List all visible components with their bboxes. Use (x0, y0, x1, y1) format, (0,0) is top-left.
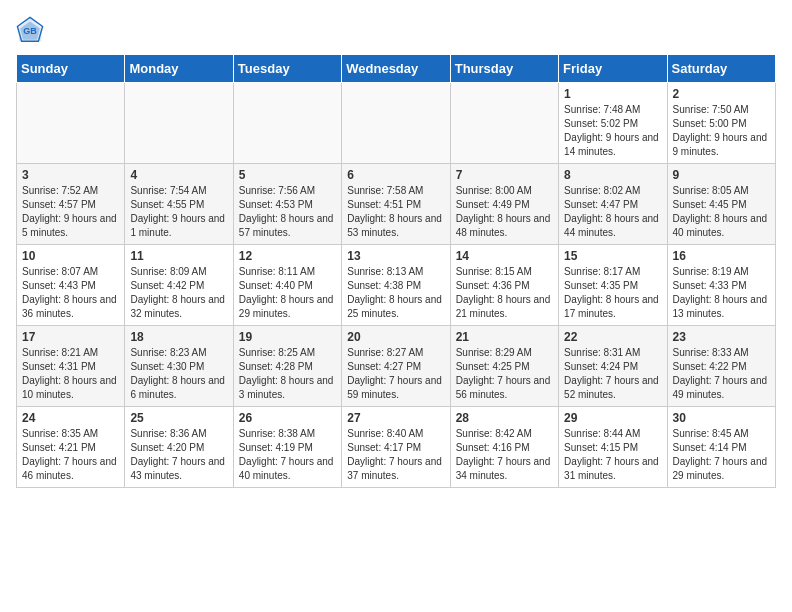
empty-cell (450, 83, 558, 164)
calendar-day-8: 8Sunrise: 8:02 AM Sunset: 4:47 PM Daylig… (559, 164, 667, 245)
day-of-week-monday: Monday (125, 55, 233, 83)
calendar-day-21: 21Sunrise: 8:29 AM Sunset: 4:25 PM Dayli… (450, 326, 558, 407)
day-info: Sunrise: 8:33 AM Sunset: 4:22 PM Dayligh… (673, 346, 770, 402)
svg-text:GB: GB (23, 26, 37, 36)
day-number: 15 (564, 249, 661, 263)
calendar-day-15: 15Sunrise: 8:17 AM Sunset: 4:35 PM Dayli… (559, 245, 667, 326)
day-info: Sunrise: 8:27 AM Sunset: 4:27 PM Dayligh… (347, 346, 444, 402)
day-number: 29 (564, 411, 661, 425)
day-number: 26 (239, 411, 336, 425)
calendar-day-25: 25Sunrise: 8:36 AM Sunset: 4:20 PM Dayli… (125, 407, 233, 488)
calendar-day-27: 27Sunrise: 8:40 AM Sunset: 4:17 PM Dayli… (342, 407, 450, 488)
day-number: 30 (673, 411, 770, 425)
day-info: Sunrise: 8:17 AM Sunset: 4:35 PM Dayligh… (564, 265, 661, 321)
calendar-day-7: 7Sunrise: 8:00 AM Sunset: 4:49 PM Daylig… (450, 164, 558, 245)
day-info: Sunrise: 7:56 AM Sunset: 4:53 PM Dayligh… (239, 184, 336, 240)
day-number: 4 (130, 168, 227, 182)
day-info: Sunrise: 8:35 AM Sunset: 4:21 PM Dayligh… (22, 427, 119, 483)
day-info: Sunrise: 7:54 AM Sunset: 4:55 PM Dayligh… (130, 184, 227, 240)
calendar-day-17: 17Sunrise: 8:21 AM Sunset: 4:31 PM Dayli… (17, 326, 125, 407)
day-info: Sunrise: 7:48 AM Sunset: 5:02 PM Dayligh… (564, 103, 661, 159)
calendar-day-1: 1Sunrise: 7:48 AM Sunset: 5:02 PM Daylig… (559, 83, 667, 164)
calendar-day-3: 3Sunrise: 7:52 AM Sunset: 4:57 PM Daylig… (17, 164, 125, 245)
calendar-day-30: 30Sunrise: 8:45 AM Sunset: 4:14 PM Dayli… (667, 407, 775, 488)
logo-icon: GB (16, 16, 44, 44)
day-info: Sunrise: 8:07 AM Sunset: 4:43 PM Dayligh… (22, 265, 119, 321)
day-of-week-thursday: Thursday (450, 55, 558, 83)
calendar-day-6: 6Sunrise: 7:58 AM Sunset: 4:51 PM Daylig… (342, 164, 450, 245)
day-of-week-tuesday: Tuesday (233, 55, 341, 83)
calendar-day-16: 16Sunrise: 8:19 AM Sunset: 4:33 PM Dayli… (667, 245, 775, 326)
calendar-day-26: 26Sunrise: 8:38 AM Sunset: 4:19 PM Dayli… (233, 407, 341, 488)
day-info: Sunrise: 7:58 AM Sunset: 4:51 PM Dayligh… (347, 184, 444, 240)
day-number: 13 (347, 249, 444, 263)
day-of-week-sunday: Sunday (17, 55, 125, 83)
calendar-day-13: 13Sunrise: 8:13 AM Sunset: 4:38 PM Dayli… (342, 245, 450, 326)
day-info: Sunrise: 7:52 AM Sunset: 4:57 PM Dayligh… (22, 184, 119, 240)
calendar-header-row: SundayMondayTuesdayWednesdayThursdayFrid… (17, 55, 776, 83)
day-number: 1 (564, 87, 661, 101)
day-number: 25 (130, 411, 227, 425)
day-number: 5 (239, 168, 336, 182)
empty-cell (17, 83, 125, 164)
day-number: 16 (673, 249, 770, 263)
calendar-day-28: 28Sunrise: 8:42 AM Sunset: 4:16 PM Dayli… (450, 407, 558, 488)
day-info: Sunrise: 8:38 AM Sunset: 4:19 PM Dayligh… (239, 427, 336, 483)
day-info: Sunrise: 7:50 AM Sunset: 5:00 PM Dayligh… (673, 103, 770, 159)
day-number: 23 (673, 330, 770, 344)
day-number: 20 (347, 330, 444, 344)
empty-cell (125, 83, 233, 164)
day-number: 8 (564, 168, 661, 182)
day-number: 19 (239, 330, 336, 344)
calendar-day-20: 20Sunrise: 8:27 AM Sunset: 4:27 PM Dayli… (342, 326, 450, 407)
calendar-week-3: 10Sunrise: 8:07 AM Sunset: 4:43 PM Dayli… (17, 245, 776, 326)
day-number: 2 (673, 87, 770, 101)
calendar-day-18: 18Sunrise: 8:23 AM Sunset: 4:30 PM Dayli… (125, 326, 233, 407)
calendar-day-10: 10Sunrise: 8:07 AM Sunset: 4:43 PM Dayli… (17, 245, 125, 326)
day-number: 27 (347, 411, 444, 425)
calendar-week-5: 24Sunrise: 8:35 AM Sunset: 4:21 PM Dayli… (17, 407, 776, 488)
day-info: Sunrise: 8:31 AM Sunset: 4:24 PM Dayligh… (564, 346, 661, 402)
day-number: 14 (456, 249, 553, 263)
day-number: 22 (564, 330, 661, 344)
calendar-day-22: 22Sunrise: 8:31 AM Sunset: 4:24 PM Dayli… (559, 326, 667, 407)
day-number: 28 (456, 411, 553, 425)
day-info: Sunrise: 8:15 AM Sunset: 4:36 PM Dayligh… (456, 265, 553, 321)
day-number: 11 (130, 249, 227, 263)
day-number: 21 (456, 330, 553, 344)
day-info: Sunrise: 8:25 AM Sunset: 4:28 PM Dayligh… (239, 346, 336, 402)
day-info: Sunrise: 8:29 AM Sunset: 4:25 PM Dayligh… (456, 346, 553, 402)
day-of-week-friday: Friday (559, 55, 667, 83)
day-number: 18 (130, 330, 227, 344)
day-info: Sunrise: 8:45 AM Sunset: 4:14 PM Dayligh… (673, 427, 770, 483)
day-info: Sunrise: 8:42 AM Sunset: 4:16 PM Dayligh… (456, 427, 553, 483)
calendar-day-4: 4Sunrise: 7:54 AM Sunset: 4:55 PM Daylig… (125, 164, 233, 245)
calendar-week-4: 17Sunrise: 8:21 AM Sunset: 4:31 PM Dayli… (17, 326, 776, 407)
day-number: 12 (239, 249, 336, 263)
calendar-day-23: 23Sunrise: 8:33 AM Sunset: 4:22 PM Dayli… (667, 326, 775, 407)
day-info: Sunrise: 8:44 AM Sunset: 4:15 PM Dayligh… (564, 427, 661, 483)
page-header: GB (16, 16, 776, 44)
day-info: Sunrise: 8:21 AM Sunset: 4:31 PM Dayligh… (22, 346, 119, 402)
calendar: SundayMondayTuesdayWednesdayThursdayFrid… (16, 54, 776, 488)
calendar-day-5: 5Sunrise: 7:56 AM Sunset: 4:53 PM Daylig… (233, 164, 341, 245)
day-info: Sunrise: 8:40 AM Sunset: 4:17 PM Dayligh… (347, 427, 444, 483)
day-of-week-saturday: Saturday (667, 55, 775, 83)
day-info: Sunrise: 8:19 AM Sunset: 4:33 PM Dayligh… (673, 265, 770, 321)
logo: GB (16, 16, 48, 44)
calendar-day-12: 12Sunrise: 8:11 AM Sunset: 4:40 PM Dayli… (233, 245, 341, 326)
calendar-day-2: 2Sunrise: 7:50 AM Sunset: 5:00 PM Daylig… (667, 83, 775, 164)
day-number: 24 (22, 411, 119, 425)
day-info: Sunrise: 8:36 AM Sunset: 4:20 PM Dayligh… (130, 427, 227, 483)
day-number: 10 (22, 249, 119, 263)
day-info: Sunrise: 8:00 AM Sunset: 4:49 PM Dayligh… (456, 184, 553, 240)
day-info: Sunrise: 8:09 AM Sunset: 4:42 PM Dayligh… (130, 265, 227, 321)
day-number: 6 (347, 168, 444, 182)
day-number: 9 (673, 168, 770, 182)
day-number: 7 (456, 168, 553, 182)
day-info: Sunrise: 8:13 AM Sunset: 4:38 PM Dayligh… (347, 265, 444, 321)
calendar-week-2: 3Sunrise: 7:52 AM Sunset: 4:57 PM Daylig… (17, 164, 776, 245)
calendar-week-1: 1Sunrise: 7:48 AM Sunset: 5:02 PM Daylig… (17, 83, 776, 164)
day-of-week-wednesday: Wednesday (342, 55, 450, 83)
calendar-day-9: 9Sunrise: 8:05 AM Sunset: 4:45 PM Daylig… (667, 164, 775, 245)
